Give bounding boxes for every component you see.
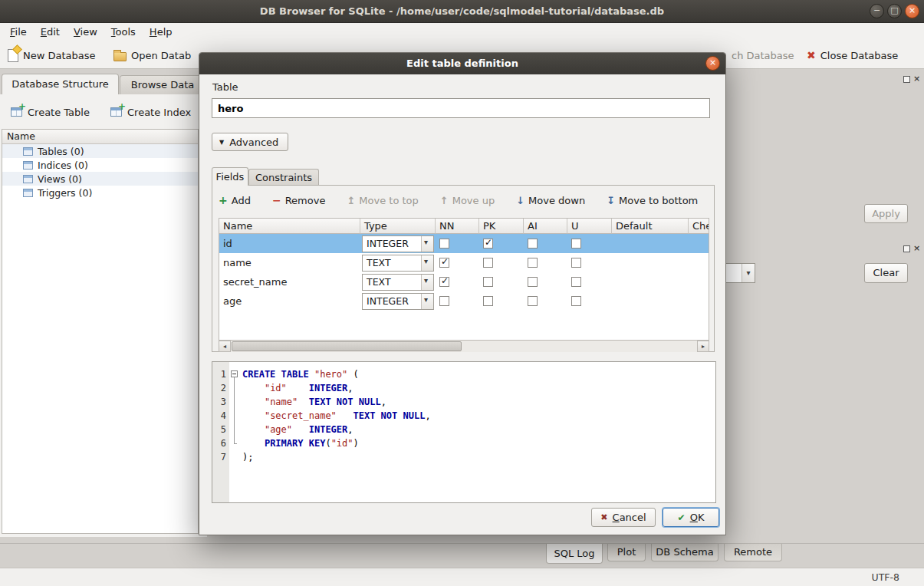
field-pk-checkbox[interactable] — [483, 258, 493, 268]
clear-button[interactable]: Clear — [864, 263, 908, 283]
column-header-name[interactable]: Name — [219, 219, 360, 234]
open-database-button[interactable]: Open Datab — [109, 44, 196, 66]
dock-close-icon[interactable]: × — [913, 244, 920, 253]
chevron-down-icon[interactable]: ▾ — [742, 264, 755, 282]
field-default-cell[interactable] — [612, 291, 689, 311]
column-header-nn[interactable]: NN — [436, 219, 479, 234]
close-database-button[interactable]: ✖ Close Database — [802, 44, 903, 66]
sql-code[interactable]: CREATE TABLE "hero" ( "id" INTEGER, "nam… — [239, 362, 715, 502]
field-check-cell[interactable] — [689, 291, 709, 311]
tab-plot[interactable]: Plot — [607, 544, 646, 561]
field-u-checkbox[interactable] — [571, 258, 581, 268]
create-table-button[interactable]: Create Table — [6, 102, 94, 122]
field-check-cell[interactable] — [689, 272, 709, 291]
field-default-cell[interactable] — [612, 234, 689, 253]
field-u-checkbox[interactable] — [571, 277, 581, 287]
field-ai-checkbox[interactable] — [528, 277, 538, 287]
add-field-button[interactable]: + Add — [219, 195, 251, 206]
menu-tools[interactable]: Tools — [104, 23, 143, 41]
table-name-input[interactable] — [212, 98, 710, 118]
dock-float-icon[interactable] — [903, 245, 910, 252]
tab-browse-data[interactable]: Browse Data — [120, 75, 206, 94]
field-pk-checkbox[interactable] — [483, 277, 493, 287]
field-row[interactable]: name TEXT — [219, 253, 709, 272]
field-nn-checkbox[interactable] — [439, 239, 449, 249]
field-name[interactable]: age — [219, 291, 360, 311]
move-down-button[interactable]: ↓ Move down — [516, 195, 585, 206]
scrollbar-thumb[interactable] — [232, 341, 462, 351]
field-check-cell[interactable] — [689, 234, 709, 253]
close-icon[interactable]: × — [905, 4, 919, 18]
tab-fields[interactable]: Fields — [212, 167, 248, 186]
tree-header-name[interactable]: Name — [2, 130, 198, 144]
tab-sql-log[interactable]: SQL Log — [546, 544, 603, 564]
remove-field-button[interactable]: − Remove — [272, 195, 326, 206]
field-nn-checkbox[interactable] — [439, 258, 449, 268]
field-ai-cell — [524, 253, 567, 272]
tab-remote[interactable]: Remote — [724, 544, 782, 561]
column-header-pk[interactable]: PK — [479, 219, 524, 234]
menu-file[interactable]: File — [3, 23, 34, 41]
field-ai-checkbox[interactable] — [528, 239, 538, 249]
attach-database-button[interactable]: ch Database — [727, 44, 799, 66]
column-header-default[interactable]: Default — [612, 219, 689, 234]
field-default-cell[interactable] — [612, 253, 689, 272]
field-pk-checkbox[interactable] — [483, 296, 493, 306]
tree-item-views[interactable]: Views (0) — [2, 172, 198, 186]
fold-guide-end — [234, 443, 237, 444]
advanced-toggle-button[interactable]: ▼ Advanced — [212, 133, 288, 151]
field-ai-cell — [524, 234, 567, 253]
field-type-select[interactable]: TEXT — [362, 274, 434, 291]
code-fold-icon[interactable] — [231, 370, 238, 377]
scroll-right-icon[interactable]: ▸ — [697, 341, 709, 352]
field-nn-checkbox[interactable] — [439, 296, 449, 306]
field-u-checkbox[interactable] — [571, 296, 581, 306]
field-ai-checkbox[interactable] — [528, 296, 538, 306]
horizontal-scrollbar[interactable]: ◂ ▸ — [219, 341, 709, 352]
column-header-type[interactable]: Type — [360, 219, 436, 234]
chevron-down-icon[interactable] — [421, 294, 433, 309]
new-database-button[interactable]: New Database — [3, 44, 100, 66]
minimize-icon[interactable]: − — [870, 4, 884, 18]
chevron-down-icon[interactable] — [421, 236, 433, 252]
tree-item-tables[interactable]: Tables (0) — [2, 144, 198, 158]
tab-database-structure[interactable]: Database Structure — [2, 74, 119, 94]
field-row[interactable]: age INTEGER — [219, 291, 709, 311]
field-name[interactable]: secret_name — [219, 272, 360, 291]
column-header-u[interactable]: U — [567, 219, 612, 234]
column-header-check[interactable]: Che — [689, 219, 709, 234]
tab-db-schema[interactable]: DB Schema — [651, 544, 718, 561]
column-header-ai[interactable]: AI — [524, 219, 567, 234]
field-type-select[interactable]: INTEGER — [362, 293, 434, 310]
dock-float-icon[interactable] — [903, 76, 910, 83]
move-to-bottom-button[interactable]: ↧ Move to bottom — [607, 195, 698, 206]
tree-item-triggers[interactable]: Triggers (0) — [2, 186, 198, 199]
dock-close-icon[interactable]: × — [913, 74, 920, 84]
ok-button[interactable]: ✔ OK — [663, 508, 719, 527]
cancel-button[interactable]: ✖ Cancel — [591, 508, 656, 527]
field-name[interactable]: name — [219, 253, 360, 272]
create-index-button[interactable]: Create Index — [106, 102, 196, 122]
maximize-icon[interactable]: □ — [887, 4, 902, 18]
field-row[interactable]: secret_name TEXT — [219, 272, 709, 291]
scroll-left-icon[interactable]: ◂ — [219, 341, 231, 352]
field-ai-checkbox[interactable] — [528, 258, 538, 268]
chevron-down-icon[interactable] — [421, 275, 433, 290]
tab-constraints[interactable]: Constraints — [248, 169, 319, 186]
tree-item-indices[interactable]: Indices (0) — [2, 158, 198, 172]
field-type-select[interactable]: INTEGER — [362, 235, 434, 252]
chevron-down-icon[interactable] — [421, 255, 433, 271]
field-nn-checkbox[interactable] — [439, 277, 449, 287]
mode-combobox-partial[interactable]: ▾ — [726, 263, 755, 283]
field-default-cell[interactable] — [612, 272, 689, 291]
menu-help[interactable]: Help — [143, 23, 179, 41]
field-pk-checkbox[interactable] — [483, 239, 493, 249]
field-name[interactable]: id — [219, 234, 360, 253]
menu-edit[interactable]: Edit — [34, 23, 67, 41]
dialog-close-icon[interactable]: × — [705, 56, 720, 71]
field-check-cell[interactable] — [689, 253, 709, 272]
field-u-checkbox[interactable] — [571, 239, 581, 249]
menu-view[interactable]: View — [67, 23, 104, 41]
field-type-select[interactable]: TEXT — [362, 255, 434, 272]
field-row[interactable]: id INTEGER — [219, 234, 709, 253]
